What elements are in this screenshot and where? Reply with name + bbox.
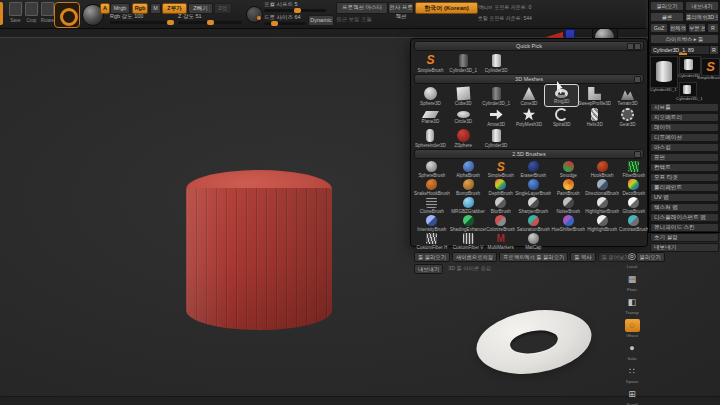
- tool-panel-button[interactable]: 클론: [650, 12, 684, 22]
- slider-handle[interactable]: [207, 20, 214, 25]
- brush-item[interactable]: CloneBrush: [414, 196, 450, 214]
- subpalette-item[interactable]: 표면: [650, 153, 719, 162]
- slider-handle[interactable]: [271, 21, 278, 26]
- mesh-item[interactable]: Cone3D: [513, 85, 546, 106]
- tool-action-button[interactable]: 툴 복사: [570, 252, 595, 262]
- subpalette-item[interactable]: 마스킹: [650, 143, 719, 152]
- quick-pick-item[interactable]: SSimpleBrush: [414, 52, 447, 73]
- brush-item[interactable]: SharpenBrush: [515, 196, 551, 214]
- tool-panel-button[interactable]: 폴리메쉬3D 만들기: [685, 12, 719, 22]
- mesh-item[interactable]: Helix3D: [578, 106, 611, 127]
- brush-item[interactable]: DirectionalBrush: [585, 178, 619, 196]
- brushes-header[interactable]: 2.5D Brushes: [414, 149, 644, 159]
- shelf-local-button[interactable]: ◎Local: [618, 250, 646, 269]
- shelf-floor-button[interactable]: ▦Floor: [618, 273, 646, 292]
- subpalette-item[interactable]: 내보내기: [650, 243, 719, 252]
- shelf-scroll-button[interactable]: ⊞Scroll: [618, 388, 646, 405]
- brush-item[interactable]: NoiseBrush: [551, 196, 585, 214]
- current-brush-button[interactable]: [54, 2, 80, 28]
- subpalette-item[interactable]: 폴리페인트: [650, 183, 719, 192]
- white-torus-model[interactable]: [472, 302, 596, 381]
- subpalette-item[interactable]: 유니파이드 스킨: [650, 223, 719, 232]
- document-crop-button[interactable]: Crop: [24, 2, 39, 23]
- shelf-solo-button[interactable]: ●Solo: [618, 342, 646, 361]
- brush-item[interactable]: PaintBrush: [551, 178, 585, 196]
- brush-item[interactable]: ContrastBrush: [619, 214, 648, 232]
- shelf-ghost-button[interactable]: ◌Ghost: [618, 319, 646, 338]
- subpalette-item[interactable]: 레이어: [650, 123, 719, 132]
- mesh-item[interactable]: Cylinder3D_1: [480, 85, 513, 106]
- tool-panel-button[interactable]: GoZ: [650, 23, 668, 33]
- tool-panel-button[interactable]: 불러오기: [650, 1, 684, 11]
- mesh-item[interactable]: Sphereinder3D: [414, 127, 447, 148]
- slider-track[interactable]: [178, 21, 242, 24]
- focal-shift-slider[interactable]: 포컬 시프트 5: [264, 1, 326, 14]
- slider-handle[interactable]: [167, 20, 174, 25]
- z-intensity-slider[interactable]: Z 강도 51: [178, 13, 242, 26]
- quick-pick-item[interactable]: Cylinder3D: [480, 52, 513, 73]
- shelf-xpose-button[interactable]: ∷Xpose: [618, 365, 646, 384]
- focal-knob-icon[interactable]: [246, 6, 263, 23]
- tool-r-button[interactable]: R: [709, 46, 718, 54]
- mesh-item[interactable]: Terrain3D: [611, 85, 644, 106]
- brush-item[interactable]: HookBrush: [585, 160, 619, 178]
- brush-item[interactable]: HueShifterBrush: [551, 214, 585, 232]
- dynamic-toggle[interactable]: Dynamic: [308, 15, 334, 26]
- mesh-item[interactable]: ZSphere: [447, 127, 480, 148]
- mesh-item[interactable]: Cylinder3D: [480, 127, 513, 148]
- brush-item[interactable]: HighlightBrush: [585, 214, 619, 232]
- tool-panel-button[interactable]: 내보내기: [685, 1, 719, 11]
- brush-item[interactable]: AlphaBrush: [450, 160, 487, 178]
- brush-item[interactable]: BlurBrush: [486, 196, 515, 214]
- subpalette-item[interactable]: 디스플레이스먼트 맵: [650, 213, 719, 222]
- brush-item[interactable]: BumpBrush: [450, 178, 487, 196]
- document-save-button[interactable]: Save: [8, 2, 23, 23]
- subpalette-item[interactable]: UV 맵: [650, 193, 719, 202]
- subpalette-item[interactable]: 서브툴: [650, 103, 719, 112]
- mesh-item[interactable]: Cube3D: [447, 85, 480, 106]
- tool-panel-button[interactable]: 부분 전송: [688, 23, 706, 33]
- slider-track[interactable]: [264, 22, 306, 25]
- brush-item[interactable]: SingleLayerBrush: [515, 178, 551, 196]
- mesh-item[interactable]: Arrow3D: [480, 106, 513, 127]
- tool-action-button[interactable]: 툴 불러오기: [414, 252, 450, 262]
- brush-item[interactable]: EraserBrush: [515, 160, 551, 178]
- brush-item[interactable]: ColorizeBrush: [486, 214, 515, 232]
- tool-panel-button[interactable]: R: [707, 23, 719, 33]
- tool-action-button[interactable]: 새이름으로저장: [452, 252, 497, 262]
- panel-mini-button[interactable]: [634, 76, 641, 83]
- brush-item[interactable]: SaturationBrush: [515, 214, 551, 232]
- mesh-item[interactable]: Spiral3D: [545, 106, 578, 127]
- recent-tool-thumb-cylinder[interactable]: [679, 56, 701, 74]
- mesh-item[interactable]: Sphere3D: [414, 85, 447, 106]
- language-button[interactable]: 한국어 (Korean): [415, 2, 478, 14]
- brush-item[interactable]: MatCap: [515, 232, 551, 250]
- slider-handle[interactable]: [294, 8, 301, 13]
- tool-action-button[interactable]: 프로젝트에서 툴 불러오기: [499, 252, 568, 262]
- transfer-projection-button[interactable]: 전사 프로젝션: [388, 2, 414, 14]
- mesh-item[interactable]: SweepProfile3D: [578, 85, 611, 106]
- mesh-item[interactable]: Gear3D: [611, 106, 644, 127]
- brush-item[interactable]: SSimpleBrush: [486, 160, 515, 178]
- export-tool-button[interactable]: 내보내기: [414, 264, 443, 274]
- lightbox-tool-button[interactable]: 라이트박스 ▸ 툴: [650, 34, 719, 44]
- brush-item[interactable]: HighlighterBrush: [585, 196, 619, 214]
- slider-track[interactable]: [110, 21, 174, 24]
- brush-item[interactable]: DecoBrush: [619, 178, 648, 196]
- document-rotate-button[interactable]: Rotate: [40, 2, 55, 23]
- slider-track[interactable]: [264, 9, 326, 12]
- subpalette-item[interactable]: 디포메이션: [650, 133, 719, 142]
- tool-panel-button[interactable]: 전체적: [669, 23, 687, 33]
- subpalette-item[interactable]: 초기 설정: [650, 233, 719, 242]
- brush-item[interactable]: Smudge: [551, 160, 585, 178]
- meshes-header[interactable]: 3D Meshes: [414, 74, 644, 84]
- brush-item[interactable]: ShadingEnhancer: [450, 214, 487, 232]
- brush-item[interactable]: IntensityBrush: [414, 214, 450, 232]
- brush-item[interactable]: FiberBrush: [619, 160, 648, 178]
- mesh-item[interactable]: Plane3D: [414, 106, 447, 127]
- brush-item[interactable]: MRGBZGrabber: [450, 196, 487, 214]
- active-tool-name-bar[interactable]: Cylinder3D_1. 89 R: [650, 45, 719, 55]
- mesh-item[interactable]: Circle3D: [447, 106, 480, 127]
- edge-button-partial[interactable]: [0, 2, 3, 25]
- subpalette-item[interactable]: 텍스처 맵: [650, 203, 719, 212]
